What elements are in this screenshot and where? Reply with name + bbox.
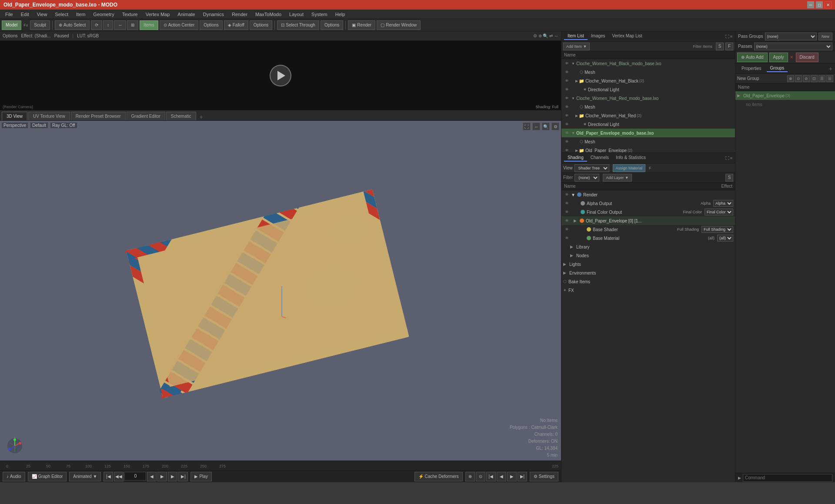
tree-item-folder1[interactable]: 👁 ▶ 📁 Cloche_Women_Hat_Black (2) <box>561 76 735 85</box>
shading-final-color[interactable]: 👁 Final Color Output Final Color Final C… <box>561 208 735 216</box>
expand-envelope[interactable]: ▶ <box>574 219 580 223</box>
shading-library[interactable]: ▶ Library <box>561 242 735 251</box>
menu-file[interactable]: File <box>2 11 17 18</box>
preview-viewport[interactable]: (Render Camera) Shading: Full <box>0 41 561 110</box>
filter-f-icon[interactable]: F <box>725 43 733 50</box>
tab-item-list[interactable]: Item List <box>564 33 588 40</box>
menu-layout[interactable]: Layout <box>286 11 307 18</box>
mode-model-button[interactable]: Model <box>2 20 21 30</box>
vis-alpha[interactable]: 👁 <box>563 200 570 207</box>
media-btn-2[interactable]: ⊙ <box>476 472 485 481</box>
tree-item-dlight2[interactable]: 👁 ☀ Directional Light <box>561 120 735 129</box>
tree-item-scene2[interactable]: 👁 ▼ Cloche_Women_Hat_Red_modo_base.lxo <box>561 94 735 103</box>
group-icon-3[interactable]: ⊘ <box>803 75 810 82</box>
auto-add-button[interactable]: ⊕ Auto Add <box>737 53 768 62</box>
expand-library[interactable]: ▶ <box>570 245 576 249</box>
shading-expand-render[interactable]: ▼ <box>571 192 577 197</box>
vis-icon-dlight1[interactable]: 👁 <box>563 86 570 93</box>
tab-channels[interactable]: Channels <box>587 154 612 162</box>
menu-dynamics[interactable]: Dynamics <box>200 11 227 18</box>
vis-envelope[interactable]: 👁 <box>563 217 570 224</box>
shading-base-shader[interactable]: 👁 Base Shader Full Shading Full Shading <box>561 225 735 234</box>
expand-icon[interactable]: ⛶ <box>725 34 729 39</box>
expand-environments[interactable]: ▶ <box>563 271 569 275</box>
group-icon-2[interactable]: ⊙ <box>795 75 802 82</box>
pass-groups-new-button[interactable]: New <box>818 33 832 40</box>
command-input[interactable] <box>743 474 832 482</box>
options2-button[interactable]: Options <box>250 20 272 30</box>
frame-input[interactable] <box>124 472 146 481</box>
tab-schematic[interactable]: Schematic <box>166 112 196 120</box>
tree-item-folder3[interactable]: 👁 ▶ 📁 Old_Paper_Envelope (2) <box>561 146 735 153</box>
minimize-button[interactable]: ─ <box>807 1 814 8</box>
transform-btn-3[interactable]: ↔ <box>114 20 126 30</box>
group-icon-6[interactable]: ☱ <box>826 75 833 82</box>
discard-button[interactable]: Discard <box>796 53 818 62</box>
vis-icon-folder3[interactable]: 👁 <box>563 147 570 153</box>
shading-fx[interactable]: ✦ FX <box>561 286 735 295</box>
view-select[interactable]: Shader Tree <box>574 164 609 172</box>
render-button[interactable]: ▣ Render <box>348 20 375 30</box>
tree-item-dlight1[interactable]: 👁 ☀ Directional Light <box>561 85 735 94</box>
menu-select[interactable]: Select <box>51 11 72 18</box>
group-icon-1[interactable]: ⊕ <box>787 75 794 82</box>
tab-groups[interactable]: Groups <box>767 65 788 72</box>
render-window-button[interactable]: ▢ Render Window <box>377 20 421 30</box>
shading-nodes[interactable]: ▶ Nodes <box>561 251 735 260</box>
base-mat-select[interactable]: (all) <box>717 235 733 242</box>
animated-button[interactable]: Animated ▼ <box>69 472 101 481</box>
filter-select[interactable]: (none) <box>574 174 599 182</box>
media-btn-6[interactable]: ▶| <box>518 472 527 481</box>
group-icon-4[interactable]: ⊡ <box>811 75 818 82</box>
play-btn[interactable]: ▶ Play <box>190 472 211 481</box>
menu-edit[interactable]: Edit <box>17 11 33 18</box>
play-back-button[interactable]: ◀◀ <box>114 472 124 481</box>
pass-groups-select[interactable]: (none) <box>765 33 817 40</box>
shading-expand-icon[interactable]: ⛶ <box>725 156 729 160</box>
graph-editor-button[interactable]: 📈 Graph Editor <box>28 472 67 481</box>
media-btn-4[interactable]: ◀ <box>497 472 506 481</box>
next-key-button[interactable]: ▶ <box>168 472 177 481</box>
viewport-settings-icon[interactable]: ↔ <box>532 123 540 130</box>
vis-render[interactable]: 👁 <box>563 191 570 198</box>
filter-s-icon[interactable]: S <box>716 43 724 50</box>
maximize-button[interactable]: □ <box>816 1 823 8</box>
tab-properties[interactable]: Properties <box>738 65 765 72</box>
shading-bake-items[interactable]: ⬡ Bake Items <box>561 277 735 286</box>
options1-button[interactable]: Options <box>200 20 222 30</box>
tab-uv-texture[interactable]: UV Texture View <box>28 112 70 120</box>
select-through-button[interactable]: ⊡ Select Through <box>277 20 319 30</box>
menu-animate[interactable]: Animate <box>174 11 198 18</box>
groups-list[interactable]: ▶ Old_Paper_Envelope (3) no items <box>735 91 835 473</box>
tree-item-scene1[interactable]: 👁 ▼ Cloche_Women_Hat_Black_modo_base.lxo <box>561 59 735 68</box>
tab-shading[interactable]: Shading <box>564 154 587 162</box>
menu-help[interactable]: Help <box>332 11 349 18</box>
menu-item[interactable]: Item <box>73 11 89 18</box>
vis-icon-folder2[interactable]: 👁 <box>563 112 570 119</box>
transform-btn-2[interactable]: ↕ <box>103 20 113 30</box>
vis-base-material[interactable]: 👁 <box>563 235 570 242</box>
transform-btn-4[interactable]: ⊞ <box>127 20 138 30</box>
shading-alpha-output[interactable]: 👁 Alpha Output Alpha Alpha <box>561 199 735 208</box>
falloff-button[interactable]: ◈ Falloff <box>224 20 248 30</box>
tab-images[interactable]: Images <box>588 33 609 40</box>
menu-vertex-map[interactable]: Vertex Map <box>142 11 174 18</box>
expand-folder3[interactable]: ▶ <box>574 148 579 153</box>
options3-button[interactable]: Options <box>321 20 343 30</box>
items-button[interactable]: Items <box>140 20 158 30</box>
media-btn-5[interactable]: ▶ <box>507 472 517 481</box>
auto-select-button[interactable]: ⊕ Auto Select <box>55 20 90 30</box>
alpha-effect-select[interactable]: Alpha <box>713 200 733 207</box>
expand-nodes[interactable]: ▶ <box>570 253 576 258</box>
expand-scene2[interactable]: ▼ <box>571 96 575 100</box>
viewport-gear-icon[interactable]: ⚙ <box>551 123 559 130</box>
shading-s-icon[interactable]: S <box>725 174 733 182</box>
vis-icon-scene2[interactable]: 👁 <box>563 95 570 102</box>
shading-base-material[interactable]: 👁 Base Material (all) (all) <box>561 234 735 242</box>
expand-folder2[interactable]: ▶ <box>574 113 579 118</box>
tab-3d-view[interactable]: 3D View <box>2 112 27 120</box>
add-layer-button[interactable]: Add Layer ▼ <box>603 174 631 182</box>
expand-lights[interactable]: ▶ <box>563 262 569 266</box>
media-btn-3[interactable]: |◀ <box>486 472 496 481</box>
shading-content[interactable]: 👁 ▼ Render 👁 Alpha Output Alpha Alpha <box>561 190 735 482</box>
